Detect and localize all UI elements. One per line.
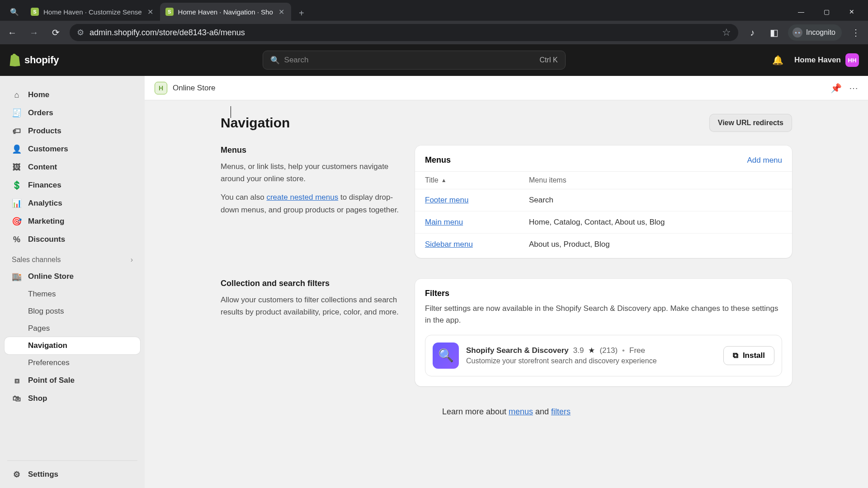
col-items-header: Menu items: [529, 176, 566, 184]
sub-pages[interactable]: Pages: [5, 320, 140, 337]
favicon-icon: S: [31, 8, 39, 16]
search-discovery-app-icon: 🔍: [433, 343, 459, 369]
filters-info-p: Allow your customers to filter collectio…: [221, 294, 401, 318]
bullet-icon: •: [622, 346, 625, 355]
menus-info-heading: Menus: [221, 145, 401, 155]
shopify-bag-icon: [9, 54, 21, 66]
analytics-icon: 📊: [12, 198, 22, 208]
sidebar: ⌂Home 🧾Orders 🏷Products 👤Customers 🖼Cont…: [0, 76, 145, 488]
view-url-redirects-button[interactable]: View URL redirects: [709, 114, 792, 132]
filters-card-title: Filters: [425, 289, 782, 298]
incognito-indicator[interactable]: 👓 Incognito: [788, 24, 842, 41]
app-reviews: (213): [599, 346, 618, 355]
content-icon: 🖼: [12, 163, 22, 172]
global-search[interactable]: 🔍 Search Ctrl K: [263, 51, 566, 70]
app-price: Free: [629, 346, 645, 355]
favicon-icon: S: [165, 8, 174, 16]
store-name: Home Haven: [794, 56, 841, 65]
minimize-button[interactable]: —: [788, 3, 814, 21]
nav-analytics[interactable]: 📊Analytics: [5, 194, 140, 212]
chevron-right-icon[interactable]: ›: [131, 256, 133, 264]
search-shortcut: Ctrl K: [540, 56, 558, 64]
browser-tab-1[interactable]: S Home Haven · Navigation · Sho ✕: [160, 3, 291, 21]
browser-tab-0[interactable]: S Home Haven · Customize Sense ✕: [25, 3, 160, 21]
breadcrumb[interactable]: Online Store: [173, 84, 216, 93]
brand-text: shopify: [24, 54, 59, 66]
col-title-header[interactable]: Title ▲: [425, 176, 529, 184]
sub-blog-posts[interactable]: Blog posts: [5, 303, 140, 320]
filters-card: Filters Filter settings are now availabl…: [415, 279, 792, 386]
menus-card: Menus Add menu Title ▲ Menu items Footer…: [415, 145, 792, 258]
sub-navigation[interactable]: Navigation: [5, 337, 140, 354]
new-tab-button[interactable]: +: [294, 5, 309, 21]
nav-shop[interactable]: 🛍Shop: [5, 389, 140, 408]
nav-discounts[interactable]: %Discounts: [5, 230, 140, 249]
maximize-button[interactable]: ▢: [814, 3, 839, 21]
store-logo-icon: H: [155, 82, 167, 94]
learn-filters-link[interactable]: filters: [551, 407, 571, 416]
nav-online-store[interactable]: 🏬Online Store: [5, 267, 140, 286]
app-rating: 3.9: [573, 346, 584, 355]
menu-link[interactable]: Main menu: [425, 218, 529, 227]
close-icon[interactable]: ✕: [278, 8, 286, 16]
more-icon[interactable]: ⋯: [849, 83, 858, 94]
browser-menu-button[interactable]: ⋮: [848, 25, 863, 40]
nav-customers[interactable]: 👤Customers: [5, 140, 140, 158]
orders-icon: 🧾: [12, 108, 22, 118]
shopify-logo[interactable]: shopify: [9, 54, 59, 66]
menu-link[interactable]: Footer menu: [425, 196, 529, 205]
nav-pos[interactable]: ⧈Point of Sale: [5, 371, 140, 389]
nav-content[interactable]: 🖼Content: [5, 158, 140, 176]
site-info-icon[interactable]: ⚙: [77, 28, 84, 38]
page-title: Navigation: [221, 115, 290, 131]
finances-icon: 💲: [12, 180, 22, 190]
tab-search-icon[interactable]: 🔍: [4, 3, 25, 21]
panel-icon[interactable]: ◧: [766, 25, 782, 40]
notifications-button[interactable]: 🔔: [769, 52, 786, 69]
sub-themes[interactable]: Themes: [5, 286, 140, 303]
bookmark-icon[interactable]: ☆: [722, 27, 731, 38]
nav-marketing[interactable]: 🎯Marketing: [5, 212, 140, 230]
close-icon[interactable]: ✕: [146, 8, 155, 16]
shop-icon: 🛍: [12, 394, 22, 404]
sales-channels-label: Sales channels ›: [5, 249, 140, 267]
products-icon: 🏷: [12, 127, 22, 136]
store-avatar: HH: [845, 53, 859, 67]
menus-info-p2: You can also create nested menus to disp…: [221, 191, 401, 216]
add-menu-link[interactable]: Add menu: [747, 156, 783, 165]
discounts-icon: %: [12, 235, 22, 244]
customers-icon: 👤: [12, 144, 22, 154]
sub-preferences[interactable]: Preferences: [5, 354, 140, 371]
gear-icon: ⚙: [12, 469, 22, 479]
app-listing: 🔍 Shopify Search & Discovery 3.9 ★ (213)…: [425, 335, 782, 376]
pin-icon[interactable]: 📌: [830, 83, 842, 94]
media-icon[interactable]: ♪: [745, 25, 760, 40]
app-name: Shopify Search & Discovery: [466, 346, 569, 355]
menu-row: Sidebar menu About us, Product, Blog: [415, 234, 792, 255]
incognito-label: Incognito: [806, 28, 835, 37]
address-bar[interactable]: ⚙ admin.shopify.com/store/de8143-a6/menu…: [70, 24, 738, 41]
menu-row: Main menu Home, Catalog, Contact, About …: [415, 211, 792, 234]
nav-products[interactable]: 🏷Products: [5, 122, 140, 140]
nav-orders[interactable]: 🧾Orders: [5, 104, 140, 122]
search-placeholder: Search: [284, 56, 309, 65]
menus-card-title: Menus: [425, 155, 451, 165]
online-store-icon: 🏬: [12, 272, 22, 282]
reload-button[interactable]: ⟳: [48, 25, 63, 40]
filters-card-desc: Filter settings are now available in the…: [425, 303, 782, 327]
tab-title: Home Haven · Navigation · Sho: [178, 8, 273, 16]
nav-settings[interactable]: ⚙Settings: [5, 465, 140, 483]
forward-button[interactable]: →: [26, 25, 42, 40]
nav-home[interactable]: ⌂Home: [5, 86, 140, 104]
store-switcher[interactable]: Home Haven HH: [794, 53, 859, 67]
close-window-button[interactable]: ✕: [839, 3, 864, 21]
back-button[interactable]: ←: [5, 25, 20, 40]
learn-menus-link[interactable]: menus: [509, 407, 533, 416]
nav-finances[interactable]: 💲Finances: [5, 176, 140, 194]
menu-items: Search: [529, 196, 553, 205]
incognito-icon: 👓: [793, 28, 802, 38]
menu-link[interactable]: Sidebar menu: [425, 240, 529, 249]
sort-asc-icon: ▲: [441, 177, 447, 183]
install-button[interactable]: ⧉ Install: [723, 346, 774, 365]
create-nested-menus-link[interactable]: create nested menus: [266, 193, 338, 202]
